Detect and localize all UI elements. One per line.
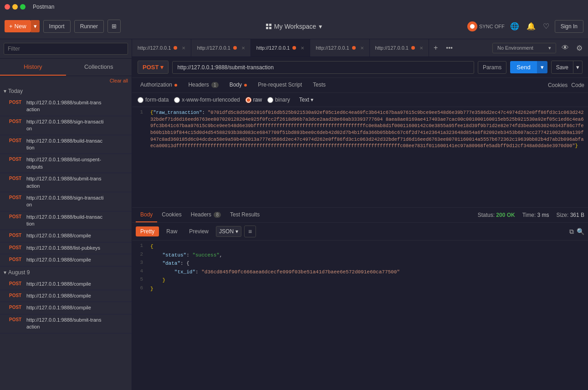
environment-selector[interactable]: No Environment ▾ [492,43,556,53]
raw-button[interactable]: Raw [162,226,182,236]
send-button[interactable]: Send [510,61,537,73]
search-input[interactable] [4,43,128,55]
add-tab-button[interactable]: + [429,44,442,52]
history-url: http://127.0.0.1:9888/sign-transaction [26,195,103,209]
send-dropdown-button[interactable]: ▾ [537,61,547,73]
save-button[interactable]: Save [551,61,573,74]
resp-tab-headers[interactable]: Headers 8 [186,208,225,222]
close-button[interactable] [5,4,10,10]
history-url: http://127.0.0.1:9888/compile [26,281,91,287]
json-chevron-icon: ▾ [235,228,238,235]
filter-icon[interactable]: ≡ [244,226,256,237]
new-button[interactable]: + New [5,20,31,32]
globe-icon[interactable]: 🌐 [508,20,521,32]
tab-url-3: http://127.0.0.1 [256,45,290,51]
request-area: POST ▾ Params Send ▾ Save ▾ [132,57,588,78]
text-format-dropdown[interactable]: Text ▾ [299,97,313,103]
tab-item-3[interactable]: http://127.0.0.1 ✕ [251,39,310,56]
url-input[interactable] [172,61,474,74]
import-button[interactable]: Import [43,20,71,33]
new-dropdown-button[interactable]: ▾ [31,20,40,32]
send-button-group: Send ▾ [510,61,547,73]
list-item[interactable]: POST http://127.0.0.1:9888/build-transac… [0,135,132,154]
settings-icon[interactable]: ⚙ [574,42,584,54]
cookies-link[interactable]: Cookies [548,82,568,88]
tab-close-3[interactable]: ✕ [301,46,304,51]
save-dropdown-button[interactable]: ▾ [573,61,583,74]
app-title: Postman [33,4,54,10]
environment-chevron-icon: ▾ [548,45,551,51]
heart-icon[interactable]: ♡ [541,20,551,32]
list-item[interactable]: POST http://127.0.0.1:9888/sign-transact… [0,192,132,211]
resp-tab-tests[interactable]: Test Results [225,208,264,222]
tab-close-4[interactable]: ✕ [360,46,364,51]
list-item[interactable]: POST http://127.0.0.1:9888/list-pubkeys [0,242,132,254]
binary-radio[interactable]: binary [267,97,290,103]
list-item[interactable]: POST http://127.0.0.1:9888/submit-transa… [0,97,132,116]
sidebar: History Collections Clear all ▾ Today PO… [0,39,132,390]
list-item[interactable]: POST http://127.0.0.1:9888/compile [0,230,132,242]
time-label: Time: 3 ms [522,212,549,218]
method-badge: POST [9,305,24,310]
tab-headers[interactable]: Headers 1 [184,78,223,92]
list-item[interactable]: POST http://127.0.0.1:9888/compile [0,302,132,314]
more-tabs-button[interactable]: ••• [442,44,456,51]
request-body-editor[interactable]: 1 {"raw_transaction": "0701dfd5c8d505020… [132,107,588,207]
tab-close-1[interactable]: ✕ [182,46,185,51]
code-link[interactable]: Code [571,82,584,88]
list-item[interactable]: POST http://127.0.0.1:9888/compile [0,290,132,302]
tab-tests[interactable]: Tests [308,78,330,92]
urlencoded-radio[interactable]: x-www-form-urlencoded [174,97,240,103]
workspace-button[interactable]: My Workspace ▾ [266,23,322,30]
group-august9[interactable]: ▾ August 9 [0,267,132,278]
tab-item-5[interactable]: http://127.0.0.1 ✕ [370,39,429,56]
tab-dot-5 [411,46,415,50]
tab-collections[interactable]: Collections [66,59,132,76]
method-select[interactable]: POST ▾ [138,61,169,74]
params-button[interactable]: Params [478,61,506,74]
tab-item-2[interactable]: http://127.0.0.1 ✕ [191,39,251,56]
tabs-bar: http://127.0.0.1 ✕ http://127.0.0.1 ✕ ht… [132,39,588,57]
tab-body[interactable]: Body [225,78,252,92]
tab-history[interactable]: History [0,59,66,76]
resp-tab-body[interactable]: Body [136,208,157,222]
copy-response-button[interactable]: ⧉ [569,228,574,236]
preview-button[interactable]: Preview [184,226,213,236]
new-tab-button[interactable]: ⊞ [107,20,121,33]
notification-icon[interactable]: 🔔 [525,20,537,32]
sign-in-button[interactable]: Sign In [555,20,583,33]
response-tabs-row: Body Cookies Headers 8 Test Results Stat… [132,208,588,223]
list-item[interactable]: POST http://127.0.0.1:9888/submit-transa… [0,314,132,334]
tab-item-1[interactable]: http://127.0.0.1 ✕ [132,39,191,56]
search-response-button[interactable]: 🔍 [577,228,584,236]
pretty-button[interactable]: Pretty [136,226,159,236]
list-item[interactable]: POST http://127.0.0.1:9888/compile [0,278,132,290]
maximize-button[interactable] [20,4,26,10]
eye-icon[interactable]: 👁 [560,42,571,54]
list-item[interactable]: POST http://127.0.0.1:9888/sign-transact… [0,116,132,135]
list-item[interactable]: POST http://127.0.0.1:9888/compile [0,254,132,266]
workspace-chevron-icon: ▾ [319,23,322,30]
form-data-radio[interactable]: form-data [138,97,169,103]
json-format-select[interactable]: JSON ▾ [216,226,241,237]
clear-all-button[interactable]: Clear all [0,76,132,85]
text-format-label: Text [299,97,309,103]
tab-close-5[interactable]: ✕ [419,46,423,51]
group-today[interactable]: ▾ Today [0,85,132,97]
headers-count-badge: 1 [211,82,219,88]
minimize-button[interactable] [12,4,18,10]
raw-radio[interactable]: raw [245,97,262,103]
runner-button[interactable]: Runner [74,20,104,33]
resp-tab-cookies[interactable]: Cookies [157,208,186,222]
list-item[interactable]: POST http://127.0.0.1:9888/list-unspent-… [0,154,132,173]
history-url: http://127.0.0.1:9888/compile [26,232,91,239]
tab-dot-3 [292,46,296,50]
tab-url-2: http://127.0.0.1 [197,45,230,51]
tab-pre-request[interactable]: Pre-request Script [253,78,307,92]
tab-close-2[interactable]: ✕ [241,46,245,51]
tab-item-4[interactable]: http://127.0.0.1 ✕ [310,39,369,56]
list-item[interactable]: POST http://127.0.0.1:9888/build-transac… [0,211,132,231]
tab-authorization[interactable]: Authorization [136,78,182,92]
method-chevron-icon: ▾ [160,64,164,71]
list-item[interactable]: POST http://127.0.0.1:9888/submit-transa… [0,173,132,192]
